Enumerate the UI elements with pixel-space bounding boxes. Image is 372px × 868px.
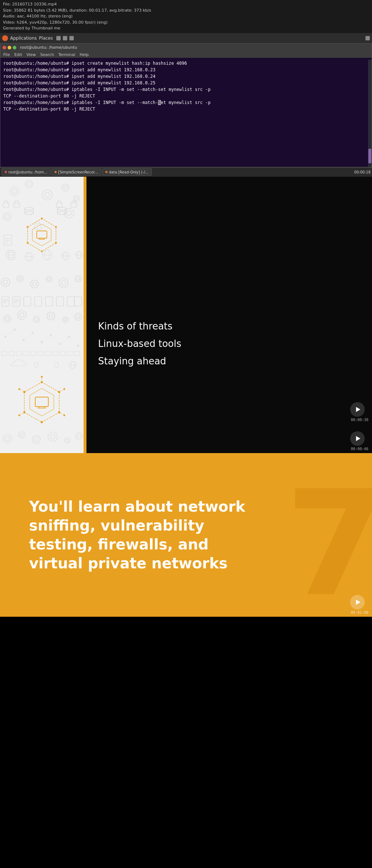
meta-bar: File: 20160713 10336.mp4 Size: 35862 81 … bbox=[0, 0, 372, 33]
menu-search[interactable]: Search bbox=[40, 52, 54, 57]
svg-point-59 bbox=[41, 421, 43, 423]
timestamp-3: 00:01:00 bbox=[351, 611, 368, 615]
term-line-2: root@ubuntu:/home/ubuntu# ipset add myne… bbox=[3, 67, 369, 73]
svg-point-71 bbox=[19, 414, 20, 416]
menu-edit[interactable]: Edit bbox=[14, 52, 22, 57]
menu-item-threats: Kinds of threats bbox=[98, 321, 181, 332]
network-icon bbox=[63, 36, 67, 40]
play-button-3[interactable] bbox=[350, 595, 365, 609]
play-button-1[interactable] bbox=[350, 402, 365, 417]
close-button[interactable] bbox=[3, 46, 6, 49]
menu-file[interactable]: File bbox=[3, 52, 10, 57]
size-info: Size: 35862 81 bytes (3.42 MiB), duratio… bbox=[3, 8, 369, 14]
svg-point-67 bbox=[64, 414, 65, 416]
taskbar-label-1: root@ubuntu: /hom... bbox=[8, 170, 47, 174]
ubuntu-icon bbox=[2, 35, 8, 41]
places-label[interactable]: Places bbox=[39, 36, 53, 41]
menu-help[interactable]: Help bbox=[80, 52, 89, 57]
svg-point-79 bbox=[55, 242, 57, 244]
taskbar: root@ubuntu: /hom... [SimpleScreenRecor.… bbox=[0, 167, 372, 177]
term-line-5: root@ubuntu:/home/ubuntu# iptables -I IN… bbox=[3, 86, 369, 99]
timestamp-1: 00:00:30 bbox=[351, 418, 368, 422]
applications-label[interactable]: Applications bbox=[10, 36, 37, 41]
taskbar-label-2: [SimpleScreenRecor... bbox=[58, 170, 98, 174]
generated-by: Generated by Thumbnail me bbox=[3, 25, 369, 32]
menu-view[interactable]: View bbox=[27, 52, 36, 57]
desktop-bar: Applications Places bbox=[0, 33, 372, 43]
video-section-1: Kinds of threats Linux-based tools Stayi… bbox=[0, 177, 372, 453]
term-line-4: root@ubuntu:/home/ubuntu# ipset add myne… bbox=[3, 80, 369, 86]
taskbar-dot-2 bbox=[54, 171, 57, 173]
left-panel bbox=[0, 177, 84, 453]
terminal-body[interactable]: root@ubuntu:/home/ubuntu# ipset create m… bbox=[0, 58, 372, 167]
audio-info: Audio: aac, 44100 Hz, stereo (eng) bbox=[3, 13, 369, 20]
menu-item-staying: Staying ahead bbox=[98, 356, 181, 367]
video-info: Video: h264, yuv420p, 1280x720, 30.00 fp… bbox=[3, 20, 369, 26]
svg-point-65 bbox=[64, 388, 65, 390]
maximize-button[interactable] bbox=[13, 46, 16, 49]
user-icon bbox=[365, 36, 370, 40]
term-line-3: root@ubuntu:/home/ubuntu# ipset add myne… bbox=[3, 73, 369, 80]
video-section-2: You'll learn about network sniffing, vul… bbox=[0, 453, 372, 617]
accent-bar bbox=[84, 177, 86, 453]
play-button-2[interactable] bbox=[350, 431, 365, 446]
menu-terminal[interactable]: Terminal bbox=[58, 52, 76, 57]
play-icon-2 bbox=[356, 436, 360, 441]
terminal-titlebar: root@ubuntu: /home/ubuntu bbox=[0, 44, 372, 52]
battery-icon bbox=[69, 36, 74, 40]
taskbar-item-terminal[interactable]: root@ubuntu: /hom... bbox=[1, 168, 50, 176]
svg-point-77 bbox=[41, 217, 43, 219]
section2-heading: You'll learn about network sniffing, vul… bbox=[29, 497, 254, 573]
svg-point-78 bbox=[55, 226, 57, 228]
taskbar-dot-1 bbox=[5, 171, 7, 173]
file-info: File: 20160713 10336.mp4 bbox=[3, 1, 369, 8]
taskbar-dot-3 bbox=[105, 171, 108, 173]
play-icon-3 bbox=[356, 600, 360, 605]
terminal-title: root@ubuntu: /home/ubuntu bbox=[20, 45, 77, 50]
term-line-1: root@ubuntu:/home/ubuntu# ipset create m… bbox=[3, 60, 369, 67]
terminal-scrollbar[interactable] bbox=[368, 60, 372, 167]
svg-point-80 bbox=[41, 250, 43, 252]
svg-point-63 bbox=[41, 376, 43, 377]
scrollbar-thumb bbox=[368, 149, 371, 163]
pattern-svg bbox=[0, 177, 84, 453]
menu-item-tools: Linux-based tools bbox=[98, 338, 181, 349]
terminal-menubar: File Edit View Search Terminal Help bbox=[0, 52, 372, 58]
term-cursor bbox=[3, 112, 369, 119]
play-icon-1 bbox=[356, 407, 360, 412]
taskbar-item-screenrecord[interactable]: [SimpleScreenRecor... bbox=[51, 168, 101, 176]
right-panel: Kinds of threats Linux-based tools Stayi… bbox=[84, 177, 372, 453]
svg-point-81 bbox=[27, 242, 29, 244]
taskbar-item-data[interactable]: data [Read-Only] (-/... bbox=[102, 168, 152, 176]
svg-point-82 bbox=[27, 226, 29, 228]
taskbar-label-3: data [Read-Only] (-/... bbox=[109, 170, 149, 174]
term-line-6: root@ubuntu:/home/ubuntu# iptables -I IN… bbox=[3, 99, 369, 112]
terminal-window: root@ubuntu: /home/ubuntu File Edit View… bbox=[0, 43, 372, 167]
svg-point-69 bbox=[19, 388, 20, 390]
timestamp-2: 00:00:46 bbox=[351, 447, 368, 451]
menu-items-list: Kinds of threats Linux-based tools Stayi… bbox=[98, 321, 181, 373]
speaker-icon bbox=[56, 36, 61, 40]
taskbar-timestamp: 00:00:18 bbox=[354, 170, 371, 174]
minimize-button[interactable] bbox=[8, 46, 11, 49]
